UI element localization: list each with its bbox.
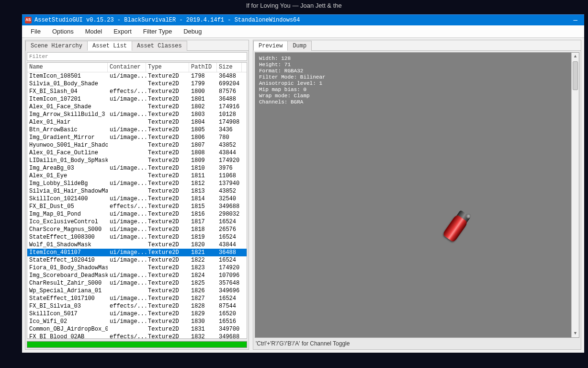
col-pathid[interactable]: PathID (189, 63, 217, 72)
table-row[interactable]: Alex_01_Face_ShadeTexture2D1802174916 (27, 103, 247, 111)
cell: 1829 (189, 310, 217, 318)
table-row[interactable]: Ico_ExclusiveControlui/image...Texture2D… (27, 218, 247, 226)
cell: 1827 (189, 295, 217, 302)
cell: ui/image... (108, 249, 146, 256)
table-row[interactable]: Img_Gradient_Mirrorui/image...Texture2D1… (27, 134, 247, 141)
table-row[interactable]: Img_Map_01_Pondui/image...Texture2D18162… (27, 210, 247, 218)
cell: 1805 (189, 126, 217, 134)
table-row[interactable]: StateEffect_1020410ui/image...Texture2D1… (27, 256, 247, 264)
cell: Texture2D (146, 149, 189, 157)
minimize-button[interactable]: — (570, 16, 581, 24)
table-row[interactable]: Wolf_01_ShadowMaskTexture2D182043844 (27, 241, 247, 249)
table-row[interactable]: FX_BI_Blood_02ABeffects/...Texture2D1832… (27, 333, 247, 338)
cell: ui/image... (108, 126, 146, 134)
cell: 1823 (189, 264, 217, 272)
cell: 1814 (189, 195, 217, 203)
table-row[interactable]: Img_Scoreboard_DeadMaskui/image...Textur… (27, 272, 247, 279)
table-row[interactable]: SkillIcon_1021400ui/image...Texture2D181… (27, 195, 247, 203)
cell: 43852 (217, 187, 242, 195)
preview-prop-line: Anisotropic level: 1 (259, 80, 326, 87)
cell: 1810 (189, 164, 217, 172)
cell: CharResult_Zahir_S000 (27, 279, 108, 287)
col-name[interactable]: Name (27, 63, 108, 72)
col-size[interactable]: Size (217, 63, 242, 72)
table-row[interactable]: Hyunwoo_S001_Hair_Shadow...Texture2D1807… (27, 141, 247, 149)
table-row[interactable]: StateEffect_1017100ui/image...Texture2D1… (27, 295, 247, 302)
table-body[interactable]: ItemIcon_108501ui/image...Texture2D17983… (27, 72, 247, 338)
cell: Texture2D (146, 279, 189, 287)
cell: Texture2D (146, 195, 189, 203)
table-row[interactable]: CharResult_Zahir_S000ui/image...Texture2… (27, 279, 247, 287)
table-row[interactable]: Silvia_01_Body_ShadeTexture2D1799699204 (27, 80, 247, 88)
scroll-up-icon[interactable]: ▲ (572, 53, 579, 60)
cell: 349700 (217, 325, 242, 333)
cell: Texture2D (146, 88, 189, 95)
cell: Texture2D (146, 141, 189, 149)
table-row[interactable]: ItemIcon_107201ui/image...Texture2D18013… (27, 95, 247, 103)
cell: 1818 (189, 226, 217, 233)
table-row[interactable]: CharScore_Magnus_S000ui/image...Texture2… (27, 226, 247, 233)
table-row[interactable]: Ico_Wifi_02ui/image...Texture2D183016516 (27, 318, 247, 325)
cell: 16524 (217, 256, 242, 264)
tab-dump[interactable]: Dump (287, 41, 312, 51)
table-row[interactable]: Alex_01_EyeTexture2D181111068 (27, 172, 247, 180)
menu-model[interactable]: Model (80, 26, 107, 37)
app-window: AS AssetStudioGUI v0.15.23 - BlackSurviv… (22, 14, 584, 353)
table-row[interactable]: FX_BI_Silvia_03effects/...Texture2D18288… (27, 302, 247, 310)
scroll-thumb[interactable] (573, 61, 578, 90)
cell: Texture2D (146, 164, 189, 172)
cell: ItemIcon_401107 (27, 249, 108, 256)
menu-export[interactable]: Export (109, 26, 136, 37)
cell: Common_OBJ_AirdropBox_01N (27, 325, 108, 333)
table-row[interactable]: FX_BI_Slash_04effects/...Texture2D180087… (27, 88, 247, 95)
table-row[interactable]: Img_Arrow_SkillBuild_3ui/image...Texture… (27, 111, 247, 118)
col-container[interactable]: Container (108, 63, 146, 72)
table-row[interactable]: StateEffect_1008300ui/image...Texture2D1… (27, 233, 247, 241)
cell: 1831 (189, 325, 217, 333)
table-row[interactable]: Wp_Special_Adriana_01Texture2D1826349696 (27, 287, 247, 295)
table-row[interactable]: SkillIcon_5017ui/image...Texture2D182916… (27, 310, 247, 318)
table-row[interactable]: Common_OBJ_AirdropBox_01NTexture2D183134… (27, 325, 247, 333)
preview-area[interactable]: Width: 128Height: 71Format: RGBA32Filter… (255, 52, 579, 338)
table-row[interactable]: Btn_ArrowBasicui/image...Texture2D180534… (27, 126, 247, 134)
menu-debug[interactable]: Debug (179, 26, 206, 37)
table-row[interactable]: ItemIcon_108501ui/image...Texture2D17983… (27, 72, 247, 80)
filter-input[interactable] (27, 52, 247, 61)
cell: 174908 (217, 118, 242, 126)
cell: Silvia_01_Hair_ShadowMask (27, 187, 108, 195)
cell: Texture2D (146, 118, 189, 126)
table-row[interactable]: Silvia_01_Hair_ShadowMaskTexture2D181343… (27, 187, 247, 195)
tab-preview[interactable]: Preview (253, 41, 288, 51)
tab-asset-list[interactable]: Asset List (87, 41, 132, 51)
cell: ui/image... (108, 295, 146, 302)
cell (108, 157, 146, 164)
cell: Fiora_01_Body_ShadowMask (27, 264, 108, 272)
preview-prop-line: Mip map bias: 0 (259, 87, 326, 93)
table-row[interactable]: LIDailin_01_Body_SpMaskTexture2D18091749… (27, 157, 247, 164)
col-type[interactable]: Type (146, 63, 189, 72)
cell: Texture2D (146, 264, 189, 272)
table-row[interactable]: Img_AreaBg_03ui/image...Texture2D1810397… (27, 164, 247, 172)
table-row[interactable]: Alex_01_HairTexture2D1804174908 (27, 118, 247, 126)
table-row[interactable]: Img_Lobby_SlideBgui/image...Texture2D181… (27, 180, 247, 187)
cell: ItemIcon_107201 (27, 95, 108, 103)
cell: 1807 (189, 141, 217, 149)
preview-scrollbar[interactable]: ▲ ▼ (571, 53, 579, 337)
table-row[interactable]: Fiora_01_Body_ShadowMaskTexture2D1823174… (27, 264, 247, 272)
tab-scene-hierarchy[interactable]: Scene Hierarchy (25, 41, 88, 51)
cell: 1820 (189, 241, 217, 249)
scroll-down-icon[interactable]: ▼ (572, 330, 579, 337)
menu-file[interactable]: File (26, 26, 45, 37)
table-row[interactable]: ItemIcon_401107ui/image...Texture2D18213… (27, 249, 247, 256)
table-row[interactable]: Alex_01_Face_OutlineTexture2D180843844 (27, 149, 247, 157)
cell: ui/image... (108, 134, 146, 141)
cell: Silvia_01_Body_Shade (27, 80, 108, 88)
cell (108, 287, 146, 295)
tab-asset-classes[interactable]: Asset Classes (132, 41, 187, 51)
menu-options[interactable]: Options (47, 26, 79, 37)
table-row[interactable]: FX_BI_Dust_05effects/...Texture2D1815349… (27, 203, 247, 210)
cell: 1830 (189, 318, 217, 325)
titlebar[interactable]: AS AssetStudioGUI v0.15.23 - BlackSurviv… (22, 15, 584, 25)
cell: 1809 (189, 157, 217, 164)
menu-filter-type[interactable]: Filter Type (138, 26, 177, 37)
